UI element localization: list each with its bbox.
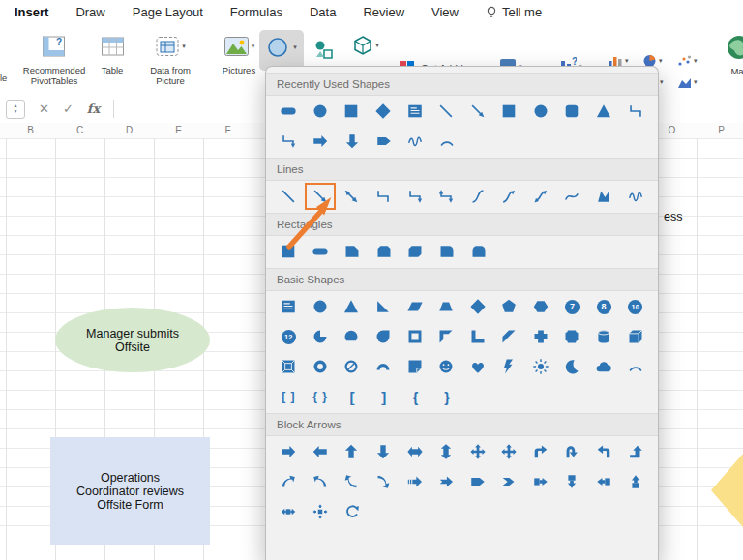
curved-right-arrow-shape[interactable]	[273, 468, 305, 495]
heart-shape[interactable]	[461, 353, 493, 380]
quad-arrow-callout-shape[interactable]	[305, 498, 337, 525]
column-header-P[interactable]: P	[697, 125, 743, 135]
column-header-D[interactable]: D	[104, 125, 154, 135]
menu-tab-page-layout[interactable]: Page Layout	[133, 5, 203, 19]
elbow-arrow-connector-shape[interactable]	[273, 128, 305, 155]
shapes-button[interactable]: ▾	[259, 30, 304, 71]
chevron-shape[interactable]	[493, 468, 525, 495]
text-box-shape[interactable]	[399, 98, 431, 125]
no-symbol-shape[interactable]	[336, 353, 368, 380]
bent-up-arrow-shape[interactable]	[619, 438, 651, 465]
icons-button[interactable]	[310, 32, 339, 67]
menu-tab-view[interactable]: View	[431, 5, 459, 19]
left-right-arrow-callout-shape[interactable]	[273, 498, 305, 525]
right-arrow-shape[interactable]	[273, 438, 305, 465]
parallelogram-shape[interactable]	[399, 293, 431, 320]
curve-shape[interactable]	[556, 183, 588, 210]
pictures-button[interactable]: ▾ Pictures	[214, 29, 264, 75]
moon-shape[interactable]	[556, 353, 588, 380]
pentagon-shape[interactable]	[461, 468, 493, 495]
pentagon-shape[interactable]	[368, 128, 400, 155]
table-button[interactable]: Table	[93, 29, 132, 75]
text-box-shape[interactable]	[273, 293, 305, 320]
curved-down-arrow-shape[interactable]	[368, 468, 400, 495]
cloud-shape[interactable]	[588, 353, 620, 380]
chord-shape[interactable]	[336, 323, 368, 350]
isosceles-triangle-shape[interactable]	[336, 293, 368, 320]
oval-shape[interactable]	[525, 98, 557, 125]
flowchart-process-operations[interactable]: Operations Coordinator reviews Offsite F…	[50, 437, 210, 545]
diamond-shape[interactable]	[461, 293, 493, 320]
plaque-shape[interactable]	[556, 323, 588, 350]
menu-tab-formulas[interactable]: Formulas	[230, 5, 282, 19]
arc-shape[interactable]	[619, 353, 651, 380]
can-shape[interactable]	[588, 323, 620, 350]
curved-up-arrow-shape[interactable]	[336, 468, 368, 495]
octagon-shape[interactable]: 8	[588, 293, 620, 320]
line-shape[interactable]	[431, 98, 462, 125]
curved-left-arrow-shape[interactable]	[305, 468, 337, 495]
rounded-rectangle-shape[interactable]	[273, 98, 305, 125]
left-arrow-shape[interactable]	[305, 438, 337, 465]
round-single-corner-rectangle-shape[interactable]	[431, 238, 463, 265]
left-right-up-arrow-shape[interactable]	[493, 438, 525, 465]
scribble-shape[interactable]	[619, 183, 651, 210]
rounded-square-shape[interactable]	[556, 98, 588, 125]
notched-right-arrow-shape[interactable]	[431, 468, 462, 495]
trapezoid-shape[interactable]	[431, 293, 462, 320]
recommended-pivottables-button[interactable]: ? Recommended PivotTables	[17, 29, 91, 86]
right-triangle-shape[interactable]	[368, 293, 400, 320]
right-brace-shape[interactable]: }	[431, 383, 463, 410]
insert-function-icon[interactable]: fx	[87, 102, 100, 116]
line-double-arrow-shape[interactable]	[336, 183, 368, 210]
smiley-face-shape[interactable]	[431, 353, 462, 380]
elbow-arrow-connector-shape[interactable]	[399, 183, 431, 210]
cross-shape[interactable]	[525, 323, 557, 350]
u-turn-arrow-shape[interactable]	[556, 438, 588, 465]
column-header-E[interactable]: E	[154, 125, 203, 135]
curved-double-arrow-connector-shape[interactable]	[525, 183, 557, 210]
regular-pentagon-shape[interactable]	[493, 293, 525, 320]
freeform-shape[interactable]	[588, 183, 620, 210]
rectangle-shape[interactable]	[336, 98, 368, 125]
column-header-B[interactable]: B	[6, 125, 55, 135]
decagon-shape[interactable]: 10	[619, 293, 651, 320]
double-brace-shape[interactable]: { }	[305, 383, 337, 410]
data-from-picture-button[interactable]: ▾ Data from Picture	[138, 29, 202, 86]
snip-diagonal-corner-rectangle-shape[interactable]	[400, 238, 431, 265]
rectangle-shape[interactable]	[493, 98, 525, 125]
elbow-connector-shape[interactable]	[368, 183, 400, 210]
area-chart-button[interactable]: ▾	[677, 75, 698, 89]
flowchart-ellipse-manager[interactable]: Manager submits Offsite	[55, 308, 210, 372]
bevel-shape[interactable]	[273, 353, 305, 380]
arc-shape[interactable]	[431, 128, 463, 155]
left-right-arrow-shape[interactable]	[399, 438, 431, 465]
cancel-icon[interactable]: ✕	[39, 102, 49, 116]
snip-single-corner-rectangle-shape[interactable]	[337, 238, 369, 265]
circular-arrow-shape[interactable]	[337, 498, 369, 525]
hexagon-shape[interactable]	[525, 293, 557, 320]
up-down-arrow-shape[interactable]	[431, 438, 462, 465]
teardrop-shape[interactable]	[368, 323, 400, 350]
menu-tab-insert[interactable]: Insert	[15, 5, 48, 19]
rounded-rectangle-shape[interactable]	[305, 238, 337, 265]
diagonal-stripe-shape[interactable]	[493, 323, 525, 350]
l-shape-shape[interactable]	[461, 323, 493, 350]
left-brace-shape[interactable]: {	[400, 383, 431, 410]
donut-shape[interactable]	[305, 353, 337, 380]
menu-tab-data[interactable]: Data	[310, 5, 336, 19]
oval-shape[interactable]	[305, 98, 337, 125]
line-arrow-shape[interactable]	[305, 183, 337, 210]
left-up-arrow-shape[interactable]	[588, 438, 620, 465]
left-arrow-callout-shape[interactable]	[588, 468, 620, 495]
curved-arrow-connector-shape[interactable]	[493, 183, 525, 210]
right-arrow-callout-shape[interactable]	[525, 468, 557, 495]
left-bracket-shape[interactable]: [	[337, 383, 369, 410]
down-arrow-callout-shape[interactable]	[556, 468, 588, 495]
dodecagon-shape[interactable]: 12	[273, 323, 305, 350]
pie-shape[interactable]	[305, 323, 337, 350]
frame-shape[interactable]	[399, 323, 431, 350]
quad-arrow-shape[interactable]	[461, 438, 493, 465]
rectangle-shape[interactable]	[273, 238, 305, 265]
scribble-shape[interactable]	[400, 128, 431, 155]
